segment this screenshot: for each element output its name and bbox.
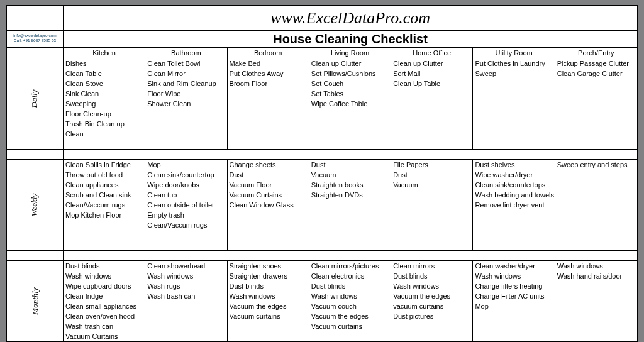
task-cell[interactable] bbox=[145, 301, 227, 311]
task-cell[interactable]: Dust blinds bbox=[391, 271, 473, 281]
task-cell[interactable] bbox=[228, 109, 309, 119]
task-cell[interactable] bbox=[555, 230, 637, 240]
task-cell[interactable] bbox=[555, 79, 637, 89]
task-cell[interactable]: Clean up Clutter bbox=[309, 58, 391, 69]
task-cell[interactable]: Wash windows bbox=[309, 291, 391, 301]
task-cell[interactable] bbox=[391, 99, 473, 109]
task-cell[interactable] bbox=[555, 180, 637, 190]
task-cell[interactable] bbox=[391, 230, 473, 240]
task-cell[interactable] bbox=[391, 129, 473, 139]
task-cell[interactable]: Clean Window Glass bbox=[228, 200, 309, 210]
task-cell[interactable]: Clean Table bbox=[64, 69, 145, 79]
task-cell[interactable] bbox=[473, 240, 555, 250]
task-cell[interactable]: Clean Spills in Fridge bbox=[64, 160, 145, 170]
task-cell[interactable]: Dust bbox=[309, 160, 391, 170]
task-cell[interactable] bbox=[309, 139, 391, 149]
task-cell[interactable] bbox=[228, 139, 309, 149]
task-cell[interactable]: Wash windows bbox=[228, 291, 309, 301]
task-cell[interactable]: Mop bbox=[473, 301, 555, 311]
task-cell[interactable]: Clean Garage Clutter bbox=[555, 69, 637, 79]
task-cell[interactable] bbox=[145, 109, 227, 119]
task-cell[interactable]: Wash rugs bbox=[145, 281, 227, 291]
task-cell[interactable]: Wash windows bbox=[64, 271, 145, 281]
task-cell[interactable]: Clean Mirror bbox=[145, 69, 227, 79]
task-cell[interactable]: Remove lint dryer vent bbox=[473, 200, 555, 210]
task-cell[interactable]: Wash windows bbox=[555, 261, 637, 271]
task-cell[interactable]: Wash windows bbox=[473, 271, 555, 281]
task-cell[interactable] bbox=[473, 129, 555, 139]
task-cell[interactable]: Dishes bbox=[64, 58, 145, 69]
task-cell[interactable]: Clean fridge bbox=[64, 291, 145, 301]
task-cell[interactable]: Vacuum bbox=[391, 180, 473, 190]
task-cell[interactable]: Clean electronics bbox=[309, 271, 391, 281]
task-cell[interactable] bbox=[309, 240, 391, 250]
task-cell[interactable] bbox=[309, 109, 391, 119]
task-cell[interactable]: Dust blinds bbox=[309, 281, 391, 291]
task-cell[interactable] bbox=[228, 129, 309, 139]
task-cell[interactable] bbox=[64, 139, 145, 149]
task-cell[interactable]: Clean tub bbox=[145, 190, 227, 200]
task-cell[interactable] bbox=[555, 99, 637, 109]
task-cell[interactable] bbox=[391, 321, 473, 331]
task-cell[interactable] bbox=[145, 230, 227, 240]
task-cell[interactable]: Clean up Clutter bbox=[391, 58, 473, 69]
task-cell[interactable]: Dust shelves bbox=[473, 160, 555, 170]
task-cell[interactable] bbox=[473, 230, 555, 240]
task-cell[interactable]: Vacuum bbox=[309, 170, 391, 180]
task-cell[interactable] bbox=[555, 210, 637, 220]
task-cell[interactable]: Empty trash bbox=[145, 210, 227, 220]
task-cell[interactable]: Vacuum couch bbox=[309, 301, 391, 311]
task-cell[interactable] bbox=[228, 321, 309, 331]
task-cell[interactable] bbox=[391, 139, 473, 149]
task-cell[interactable]: Sweep bbox=[473, 69, 555, 79]
task-cell[interactable]: Wipe door/knobs bbox=[145, 180, 227, 190]
task-cell[interactable]: Straighten DVDs bbox=[309, 190, 391, 200]
task-cell[interactable] bbox=[145, 311, 227, 321]
task-cell[interactable]: Pickup Passage Clutter bbox=[555, 58, 637, 69]
task-cell[interactable] bbox=[555, 311, 637, 321]
task-cell[interactable]: Set Pillows/Cushions bbox=[309, 69, 391, 79]
task-cell[interactable]: Straighten drawers bbox=[228, 271, 309, 281]
task-cell[interactable] bbox=[145, 129, 227, 139]
task-cell[interactable]: Set Tables bbox=[309, 89, 391, 99]
task-cell[interactable]: Sink and Rim Cleanup bbox=[145, 79, 227, 89]
task-cell[interactable] bbox=[391, 210, 473, 220]
task-cell[interactable] bbox=[309, 331, 391, 341]
task-cell[interactable]: Dust bbox=[391, 170, 473, 180]
task-cell[interactable] bbox=[473, 331, 555, 341]
task-cell[interactable] bbox=[555, 139, 637, 149]
task-cell[interactable]: Sink Clean bbox=[64, 89, 145, 99]
task-cell[interactable] bbox=[309, 129, 391, 139]
task-cell[interactable] bbox=[64, 220, 145, 230]
task-cell[interactable]: File Papers bbox=[391, 160, 473, 170]
task-cell[interactable] bbox=[391, 109, 473, 119]
task-cell[interactable] bbox=[391, 119, 473, 129]
task-cell[interactable] bbox=[473, 321, 555, 331]
task-cell[interactable] bbox=[64, 230, 145, 240]
task-cell[interactable]: Make Bed bbox=[228, 58, 309, 69]
task-cell[interactable] bbox=[145, 139, 227, 149]
task-cell[interactable]: Floor Clean-up bbox=[64, 109, 145, 119]
task-cell[interactable] bbox=[555, 109, 637, 119]
task-cell[interactable] bbox=[391, 220, 473, 230]
task-cell[interactable]: Trash Bin Clean up bbox=[64, 119, 145, 129]
task-cell[interactable]: Vacuum the edges bbox=[228, 301, 309, 311]
task-cell[interactable] bbox=[555, 129, 637, 139]
task-cell[interactable]: Throw out old food bbox=[64, 170, 145, 180]
task-cell[interactable]: Clean Up Table bbox=[391, 79, 473, 89]
task-cell[interactable]: Wash bedding and towels bbox=[473, 190, 555, 200]
task-cell[interactable]: Clean mirrors/pictures bbox=[309, 261, 391, 271]
task-cell[interactable]: Wash trash can bbox=[64, 321, 145, 331]
task-cell[interactable]: Wash windows bbox=[145, 271, 227, 281]
task-cell[interactable]: Set Couch bbox=[309, 79, 391, 89]
task-cell[interactable]: Vacuum Floor bbox=[228, 180, 309, 190]
task-cell[interactable] bbox=[555, 190, 637, 200]
task-cell[interactable] bbox=[309, 230, 391, 240]
task-cell[interactable] bbox=[145, 240, 227, 250]
task-cell[interactable]: Clean Stove bbox=[64, 79, 145, 89]
task-cell[interactable] bbox=[473, 311, 555, 321]
task-cell[interactable]: Wash windows bbox=[391, 281, 473, 291]
task-cell[interactable] bbox=[228, 331, 309, 341]
task-cell[interactable]: Clean outside of toilet bbox=[145, 200, 227, 210]
task-cell[interactable]: Put Clothes in Laundry bbox=[473, 58, 555, 69]
